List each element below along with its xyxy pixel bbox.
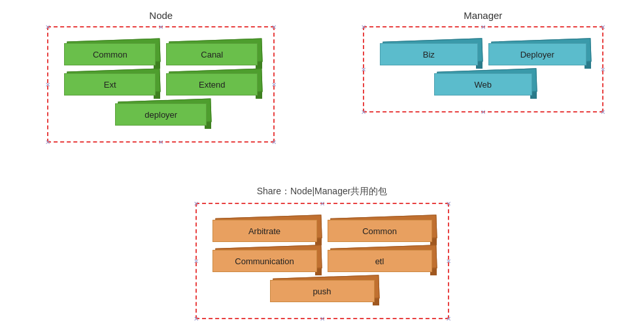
share-corner-mt: ✕ <box>320 201 325 206</box>
share-corner-br: ✕ <box>446 316 451 321</box>
mgr-corner-mr: ✕ <box>600 67 605 72</box>
top-row: Node ✕ ✕ ✕ ✕ ✕ ✕ ✕ ✕ Common Canal <box>0 10 644 143</box>
share-section: Share：Node|Manager共用的包 ✕ ✕ ✕ ✕ ✕ ✕ ✕ ✕ A… <box>0 186 644 319</box>
share-row-1: Arbitrate Common <box>207 216 437 246</box>
manager-block-web-label: Web <box>434 73 532 95</box>
share-corner-mb: ✕ <box>320 316 325 321</box>
node-block-deployer: deployer <box>115 103 207 126</box>
share-title: Share：Node|Manager共用的包 <box>257 186 388 198</box>
manager-row-2: Web <box>375 69 592 99</box>
manager-block-web: Web <box>434 73 532 95</box>
corner-br: ✕ <box>271 139 277 145</box>
node-block-extend: Extend <box>166 73 258 95</box>
node-title: Node <box>149 10 173 21</box>
share-row-2: Communication etl <box>207 246 437 276</box>
node-block-deployer-label: deployer <box>115 103 207 126</box>
manager-row-1: Biz Deployer <box>375 39 592 69</box>
node-block-canal-label: Canal <box>166 43 258 65</box>
manager-section: Manager ✕ ✕ ✕ ✕ ✕ ✕ ✕ ✕ Biz Deployer <box>322 10 645 143</box>
share-block-arbitrate-label: Arbitrate <box>212 220 317 242</box>
share-corner-tr: ✕ <box>446 201 451 206</box>
node-dashed-box: ✕ ✕ ✕ ✕ ✕ ✕ ✕ ✕ Common Canal <box>47 26 275 143</box>
mgr-corner-tr: ✕ <box>600 24 605 29</box>
node-block-canal: Canal <box>166 43 258 65</box>
node-block-common: Common <box>64 43 156 65</box>
share-dashed-box: ✕ ✕ ✕ ✕ ✕ ✕ ✕ ✕ Arbitrate Common Communi… <box>195 203 449 319</box>
share-corner-tl: ✕ <box>194 201 199 206</box>
share-block-etl-label: etl <box>328 250 432 272</box>
mgr-corner-mt: ✕ <box>481 24 486 29</box>
node-block-ext: Ext <box>64 73 156 95</box>
corner-bl: ✕ <box>45 139 50 145</box>
share-block-communication: Communication <box>212 250 317 272</box>
node-block-extend-label: Extend <box>166 73 258 95</box>
share-block-common-label: Common <box>328 220 432 242</box>
manager-title: Manager <box>464 10 502 21</box>
mgr-corner-br: ✕ <box>600 109 605 114</box>
manager-dashed-box: ✕ ✕ ✕ ✕ ✕ ✕ ✕ ✕ Biz Deployer <box>363 26 603 113</box>
manager-block-biz: Biz <box>380 43 478 65</box>
node-block-ext-label: Ext <box>64 73 156 95</box>
share-block-common: Common <box>328 220 432 242</box>
share-block-push: push <box>270 280 375 302</box>
manager-block-biz-label: Biz <box>380 43 478 65</box>
share-corner-bl: ✕ <box>194 316 199 321</box>
corner-mb: ✕ <box>158 139 163 145</box>
node-section: Node ✕ ✕ ✕ ✕ ✕ ✕ ✕ ✕ Common Canal <box>0 10 322 143</box>
share-corner-mr: ✕ <box>446 258 451 264</box>
node-block-common-label: Common <box>64 43 156 65</box>
mgr-corner-ml: ✕ <box>361 67 366 72</box>
corner-mt: ✕ <box>158 24 163 29</box>
node-row-2: Ext Extend <box>59 69 263 99</box>
share-block-communication-label: Communication <box>212 250 317 272</box>
mgr-corner-tl: ✕ <box>361 24 366 29</box>
corner-mr: ✕ <box>271 82 277 87</box>
share-corner-ml: ✕ <box>194 258 199 264</box>
share-block-etl: etl <box>328 250 432 272</box>
corner-tr: ✕ <box>271 24 277 29</box>
node-row-3: deployer <box>59 99 263 130</box>
manager-block-deployer: Deployer <box>488 43 586 65</box>
corner-ml: ✕ <box>45 82 50 87</box>
mgr-corner-mb: ✕ <box>481 109 486 114</box>
share-block-arbitrate: Arbitrate <box>212 220 317 242</box>
share-block-push-label: push <box>270 280 375 302</box>
main-container: Node ✕ ✕ ✕ ✕ ✕ ✕ ✕ ✕ Common Canal <box>0 0 644 329</box>
corner-tl: ✕ <box>45 24 50 29</box>
manager-block-deployer-label: Deployer <box>488 43 586 65</box>
share-row-3: push <box>207 276 437 306</box>
node-row-1: Common Canal <box>59 39 263 69</box>
mgr-corner-bl: ✕ <box>361 109 366 114</box>
